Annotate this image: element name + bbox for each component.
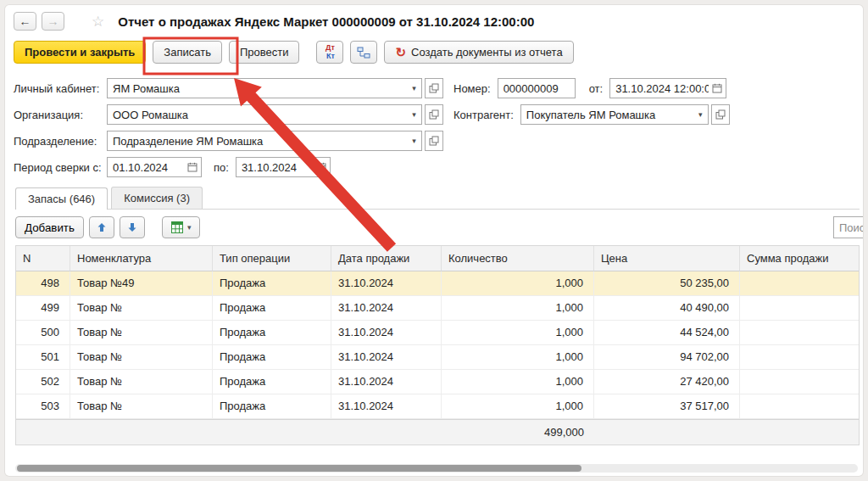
add-row-button[interactable]: Добавить [15, 216, 84, 238]
cell-quantity[interactable]: 1,000 [442, 296, 594, 321]
cell-nomenclature[interactable]: Товар № [70, 370, 213, 394]
cell-price[interactable]: 27 420,00 [594, 370, 740, 394]
column-header-quantity[interactable]: Количество [442, 246, 594, 271]
column-header-n[interactable]: N [16, 246, 70, 271]
cell-sale-date[interactable]: 31.10.2024 [331, 394, 442, 419]
chevron-down-icon[interactable]: ▾ [407, 110, 421, 119]
related-documents-button[interactable] [350, 41, 377, 64]
cell-operation[interactable]: Продажа [213, 394, 331, 419]
calendar-icon[interactable] [184, 162, 201, 172]
cell-quantity[interactable]: 1,000 [442, 271, 594, 296]
calendar-icon[interactable] [313, 162, 330, 172]
cell-sale-date[interactable]: 31.10.2024 [331, 296, 442, 321]
cell-nomenclature[interactable]: Товар № [70, 321, 213, 345]
cell-sum[interactable] [740, 321, 859, 345]
table-row[interactable]: 503 Товар № Продажа 31.10.2024 1,000 37 … [16, 394, 859, 419]
cell-operation[interactable]: Продажа [213, 321, 331, 345]
column-header-nomenclature[interactable]: Номенклатура [70, 246, 213, 271]
column-header-sum[interactable]: Сумма продажи [740, 246, 859, 271]
department-open-button[interactable] [425, 131, 443, 151]
cell-n[interactable]: 499 [16, 296, 70, 321]
number-field[interactable]: 000000009 [498, 78, 576, 98]
column-header-operation[interactable]: Тип операции [213, 246, 331, 271]
cell-quantity[interactable]: 1,000 [442, 370, 594, 394]
cell-quantity[interactable]: 1,000 [442, 394, 594, 419]
cell-nomenclature[interactable]: Товар № [70, 345, 213, 370]
form-row-period: Период сверки с: 01.10.2024 по: 31.10 [14, 156, 854, 178]
column-header-price[interactable]: Цена [594, 246, 740, 271]
page-title: Отчет о продажах Яндекс Маркет 000000009… [118, 14, 534, 29]
cell-price[interactable]: 94 702,00 [594, 345, 740, 370]
cell-n[interactable]: 498 [16, 271, 70, 296]
scrollbar-thumb[interactable] [17, 465, 581, 472]
cell-sum[interactable] [740, 394, 859, 419]
cell-sum[interactable] [740, 271, 859, 296]
cell-sale-date[interactable]: 31.10.2024 [331, 370, 442, 394]
table-row[interactable]: 501 Товар № Продажа 31.10.2024 1,000 94 … [16, 345, 859, 370]
cell-operation[interactable]: Продажа [213, 296, 331, 321]
cell-n[interactable]: 503 [16, 394, 70, 419]
document-window: ← → ☆ Отчет о продажах Яндекс Маркет 000… [5, 5, 863, 476]
cell-quantity[interactable]: 1,000 [442, 321, 594, 345]
cell-quantity[interactable]: 1,000 [442, 345, 594, 370]
personal-account-field[interactable]: ЯМ Ромашка ▾ [107, 78, 422, 98]
department-field[interactable]: Подразделение ЯМ Ромашка ▾ [107, 131, 422, 151]
table-row[interactable]: 499 Товар № Продажа 31.10.2024 1,000 40 … [16, 296, 859, 321]
cell-sum[interactable] [740, 296, 859, 321]
cell-sale-date[interactable]: 31.10.2024 [331, 321, 442, 345]
cell-sum[interactable] [740, 370, 859, 394]
cell-operation[interactable]: Продажа [213, 345, 331, 370]
create-documents-button[interactable]: ↻ Создать документы из отчета [384, 41, 573, 64]
cell-operation[interactable]: Продажа [213, 370, 331, 394]
table-row[interactable]: 500 Товар № Продажа 31.10.2024 1,000 44 … [16, 321, 859, 345]
chevron-down-icon[interactable]: ▾ [693, 110, 708, 119]
items-table: N Номенклатура Тип операции Дата продажи… [15, 245, 860, 445]
calendar-icon[interactable] [709, 83, 726, 93]
personal-account-open-button[interactable] [425, 78, 443, 98]
move-down-button[interactable] [120, 216, 145, 238]
table-row[interactable]: 502 Товар № Продажа 31.10.2024 1,000 27 … [16, 370, 859, 394]
cell-sale-date[interactable]: 31.10.2024 [331, 271, 442, 296]
back-button[interactable]: ← [14, 12, 36, 31]
cell-price[interactable]: 44 524,00 [594, 321, 740, 345]
cell-nomenclature[interactable]: Товар № [70, 394, 213, 419]
cell-sum[interactable] [740, 345, 859, 370]
cell-n[interactable]: 501 [16, 345, 70, 370]
column-header-sale-date[interactable]: Дата продажи [331, 246, 442, 271]
cell-operation[interactable]: Продажа [213, 271, 331, 296]
show-postings-button[interactable]: Дт Кт [316, 41, 343, 64]
cell-n[interactable]: 500 [16, 321, 70, 345]
open-icon [429, 109, 439, 120]
post-and-close-button[interactable]: Провести и закрыть [14, 41, 146, 64]
write-button[interactable]: Записать [153, 41, 222, 64]
counterparty-open-button[interactable] [711, 104, 730, 125]
chevron-down-icon[interactable]: ▾ [407, 137, 421, 145]
counterparty-field[interactable]: Покупатель ЯМ Ромашка ▾ [520, 104, 709, 125]
organization-field[interactable]: ООО Ромашка ▾ [107, 104, 422, 125]
forward-button[interactable]: → [42, 12, 64, 31]
cell-price[interactable]: 50 235,00 [594, 271, 740, 296]
favorite-star-icon[interactable]: ☆ [92, 13, 104, 31]
form-row-department: Подразделение: Подразделение ЯМ Ромашка … [14, 130, 854, 152]
cell-price[interactable]: 40 490,00 [594, 296, 740, 321]
cell-nomenclature[interactable]: Товар №49 [70, 271, 213, 296]
cell-sale-date[interactable]: 31.10.2024 [331, 345, 442, 370]
cell-price[interactable]: 37 517,00 [594, 394, 740, 419]
export-list-button[interactable]: ▾ [162, 216, 201, 238]
tab-stocks[interactable]: Запасы (646) [15, 187, 108, 210]
horizontal-scrollbar[interactable] [15, 464, 858, 473]
period-from-field[interactable]: 01.10.2024 [107, 157, 202, 177]
table-row[interactable]: 498 Товар №49 Продажа 31.10.2024 1,000 5… [16, 271, 859, 296]
period-to-field[interactable]: 31.10.2024 [236, 157, 331, 177]
organization-open-button[interactable] [425, 104, 443, 125]
search-input[interactable] [833, 216, 863, 238]
cell-n[interactable]: 502 [16, 370, 70, 394]
cell-nomenclature[interactable]: Товар № [70, 296, 213, 321]
grid-toolbar: Добавить ▾ [5, 210, 863, 245]
personal-account-label: Личный кабинет: [14, 82, 107, 95]
post-button[interactable]: Провести [229, 41, 300, 64]
date-field[interactable]: 31.10.2024 12:00:00 [609, 78, 726, 98]
chevron-down-icon[interactable]: ▾ [407, 84, 421, 92]
tab-commission[interactable]: Комиссия (3) [111, 187, 203, 209]
move-up-button[interactable] [89, 216, 114, 238]
